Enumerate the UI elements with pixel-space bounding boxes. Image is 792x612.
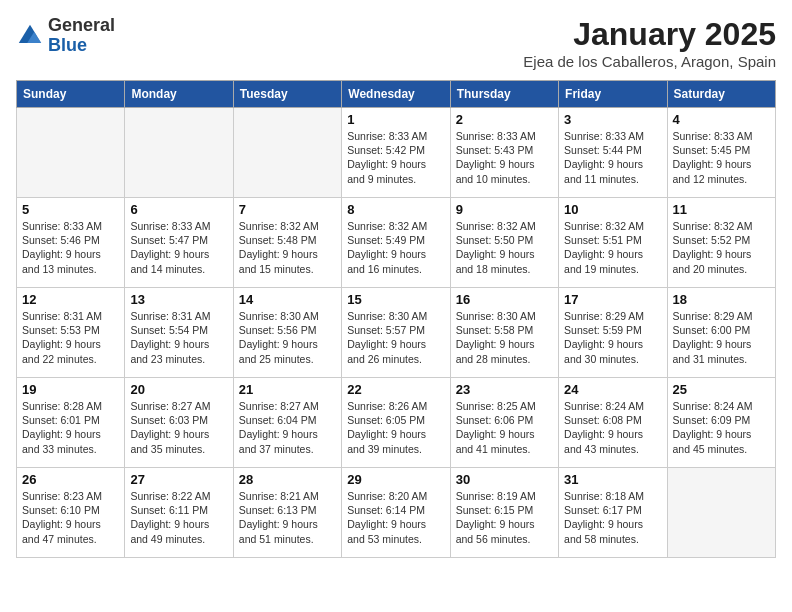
day-number: 11	[673, 202, 770, 217]
week-row-3: 12Sunrise: 8:31 AM Sunset: 5:53 PM Dayli…	[17, 288, 776, 378]
day-number: 18	[673, 292, 770, 307]
day-number: 1	[347, 112, 444, 127]
calendar-cell: 3Sunrise: 8:33 AM Sunset: 5:44 PM Daylig…	[559, 108, 667, 198]
calendar-cell: 30Sunrise: 8:19 AM Sunset: 6:15 PM Dayli…	[450, 468, 558, 558]
day-info: Sunrise: 8:29 AM Sunset: 5:59 PM Dayligh…	[564, 309, 661, 366]
day-info: Sunrise: 8:33 AM Sunset: 5:43 PM Dayligh…	[456, 129, 553, 186]
day-info: Sunrise: 8:24 AM Sunset: 6:09 PM Dayligh…	[673, 399, 770, 456]
day-number: 12	[22, 292, 119, 307]
day-number: 9	[456, 202, 553, 217]
calendar-cell	[667, 468, 775, 558]
calendar-cell: 29Sunrise: 8:20 AM Sunset: 6:14 PM Dayli…	[342, 468, 450, 558]
day-info: Sunrise: 8:33 AM Sunset: 5:45 PM Dayligh…	[673, 129, 770, 186]
calendar-cell: 23Sunrise: 8:25 AM Sunset: 6:06 PM Dayli…	[450, 378, 558, 468]
day-info: Sunrise: 8:32 AM Sunset: 5:51 PM Dayligh…	[564, 219, 661, 276]
calendar-table: SundayMondayTuesdayWednesdayThursdayFrid…	[16, 80, 776, 558]
day-info: Sunrise: 8:25 AM Sunset: 6:06 PM Dayligh…	[456, 399, 553, 456]
day-info: Sunrise: 8:22 AM Sunset: 6:11 PM Dayligh…	[130, 489, 227, 546]
day-info: Sunrise: 8:23 AM Sunset: 6:10 PM Dayligh…	[22, 489, 119, 546]
calendar-cell: 11Sunrise: 8:32 AM Sunset: 5:52 PM Dayli…	[667, 198, 775, 288]
day-info: Sunrise: 8:33 AM Sunset: 5:47 PM Dayligh…	[130, 219, 227, 276]
day-info: Sunrise: 8:33 AM Sunset: 5:42 PM Dayligh…	[347, 129, 444, 186]
calendar-cell: 5Sunrise: 8:33 AM Sunset: 5:46 PM Daylig…	[17, 198, 125, 288]
day-info: Sunrise: 8:30 AM Sunset: 5:58 PM Dayligh…	[456, 309, 553, 366]
calendar-cell: 19Sunrise: 8:28 AM Sunset: 6:01 PM Dayli…	[17, 378, 125, 468]
calendar-cell: 20Sunrise: 8:27 AM Sunset: 6:03 PM Dayli…	[125, 378, 233, 468]
calendar-cell: 8Sunrise: 8:32 AM Sunset: 5:49 PM Daylig…	[342, 198, 450, 288]
day-info: Sunrise: 8:31 AM Sunset: 5:53 PM Dayligh…	[22, 309, 119, 366]
day-number: 24	[564, 382, 661, 397]
calendar-cell: 15Sunrise: 8:30 AM Sunset: 5:57 PM Dayli…	[342, 288, 450, 378]
day-number: 14	[239, 292, 336, 307]
day-number: 19	[22, 382, 119, 397]
calendar-cell: 10Sunrise: 8:32 AM Sunset: 5:51 PM Dayli…	[559, 198, 667, 288]
calendar-cell: 2Sunrise: 8:33 AM Sunset: 5:43 PM Daylig…	[450, 108, 558, 198]
calendar-cell: 12Sunrise: 8:31 AM Sunset: 5:53 PM Dayli…	[17, 288, 125, 378]
day-number: 4	[673, 112, 770, 127]
day-number: 28	[239, 472, 336, 487]
day-number: 13	[130, 292, 227, 307]
calendar-cell	[17, 108, 125, 198]
calendar-cell: 13Sunrise: 8:31 AM Sunset: 5:54 PM Dayli…	[125, 288, 233, 378]
weekday-header-wednesday: Wednesday	[342, 81, 450, 108]
week-row-5: 26Sunrise: 8:23 AM Sunset: 6:10 PM Dayli…	[17, 468, 776, 558]
calendar-cell	[125, 108, 233, 198]
calendar-cell: 16Sunrise: 8:30 AM Sunset: 5:58 PM Dayli…	[450, 288, 558, 378]
logo-blue: Blue	[48, 36, 115, 56]
page-header: General Blue January 2025 Ejea de los Ca…	[16, 16, 776, 70]
day-info: Sunrise: 8:29 AM Sunset: 6:00 PM Dayligh…	[673, 309, 770, 366]
calendar-cell	[233, 108, 341, 198]
weekday-header-saturday: Saturday	[667, 81, 775, 108]
location-title: Ejea de los Caballeros, Aragon, Spain	[523, 53, 776, 70]
day-info: Sunrise: 8:24 AM Sunset: 6:08 PM Dayligh…	[564, 399, 661, 456]
day-number: 27	[130, 472, 227, 487]
day-number: 16	[456, 292, 553, 307]
calendar-cell: 26Sunrise: 8:23 AM Sunset: 6:10 PM Dayli…	[17, 468, 125, 558]
calendar-cell: 9Sunrise: 8:32 AM Sunset: 5:50 PM Daylig…	[450, 198, 558, 288]
calendar-cell: 28Sunrise: 8:21 AM Sunset: 6:13 PM Dayli…	[233, 468, 341, 558]
weekday-header-thursday: Thursday	[450, 81, 558, 108]
day-info: Sunrise: 8:19 AM Sunset: 6:15 PM Dayligh…	[456, 489, 553, 546]
day-info: Sunrise: 8:20 AM Sunset: 6:14 PM Dayligh…	[347, 489, 444, 546]
day-number: 2	[456, 112, 553, 127]
day-info: Sunrise: 8:27 AM Sunset: 6:03 PM Dayligh…	[130, 399, 227, 456]
day-number: 6	[130, 202, 227, 217]
day-number: 15	[347, 292, 444, 307]
day-number: 5	[22, 202, 119, 217]
weekday-header-friday: Friday	[559, 81, 667, 108]
week-row-2: 5Sunrise: 8:33 AM Sunset: 5:46 PM Daylig…	[17, 198, 776, 288]
day-info: Sunrise: 8:33 AM Sunset: 5:46 PM Dayligh…	[22, 219, 119, 276]
weekday-header-monday: Monday	[125, 81, 233, 108]
title-block: January 2025 Ejea de los Caballeros, Ara…	[523, 16, 776, 70]
day-number: 26	[22, 472, 119, 487]
week-row-4: 19Sunrise: 8:28 AM Sunset: 6:01 PM Dayli…	[17, 378, 776, 468]
calendar-cell: 22Sunrise: 8:26 AM Sunset: 6:05 PM Dayli…	[342, 378, 450, 468]
day-info: Sunrise: 8:30 AM Sunset: 5:56 PM Dayligh…	[239, 309, 336, 366]
calendar-cell: 24Sunrise: 8:24 AM Sunset: 6:08 PM Dayli…	[559, 378, 667, 468]
calendar-cell: 1Sunrise: 8:33 AM Sunset: 5:42 PM Daylig…	[342, 108, 450, 198]
logo-text: General Blue	[48, 16, 115, 56]
day-number: 7	[239, 202, 336, 217]
weekday-header-row: SundayMondayTuesdayWednesdayThursdayFrid…	[17, 81, 776, 108]
weekday-header-tuesday: Tuesday	[233, 81, 341, 108]
day-info: Sunrise: 8:32 AM Sunset: 5:52 PM Dayligh…	[673, 219, 770, 276]
day-number: 21	[239, 382, 336, 397]
calendar-cell: 14Sunrise: 8:30 AM Sunset: 5:56 PM Dayli…	[233, 288, 341, 378]
day-info: Sunrise: 8:32 AM Sunset: 5:49 PM Dayligh…	[347, 219, 444, 276]
day-number: 29	[347, 472, 444, 487]
calendar-cell: 31Sunrise: 8:18 AM Sunset: 6:17 PM Dayli…	[559, 468, 667, 558]
day-info: Sunrise: 8:18 AM Sunset: 6:17 PM Dayligh…	[564, 489, 661, 546]
calendar-cell: 18Sunrise: 8:29 AM Sunset: 6:00 PM Dayli…	[667, 288, 775, 378]
logo-general: General	[48, 16, 115, 36]
day-info: Sunrise: 8:31 AM Sunset: 5:54 PM Dayligh…	[130, 309, 227, 366]
day-number: 10	[564, 202, 661, 217]
day-number: 17	[564, 292, 661, 307]
day-info: Sunrise: 8:27 AM Sunset: 6:04 PM Dayligh…	[239, 399, 336, 456]
month-title: January 2025	[523, 16, 776, 53]
logo: General Blue	[16, 16, 115, 56]
calendar-cell: 27Sunrise: 8:22 AM Sunset: 6:11 PM Dayli…	[125, 468, 233, 558]
weekday-header-sunday: Sunday	[17, 81, 125, 108]
day-number: 3	[564, 112, 661, 127]
day-info: Sunrise: 8:26 AM Sunset: 6:05 PM Dayligh…	[347, 399, 444, 456]
logo-icon	[16, 22, 44, 50]
